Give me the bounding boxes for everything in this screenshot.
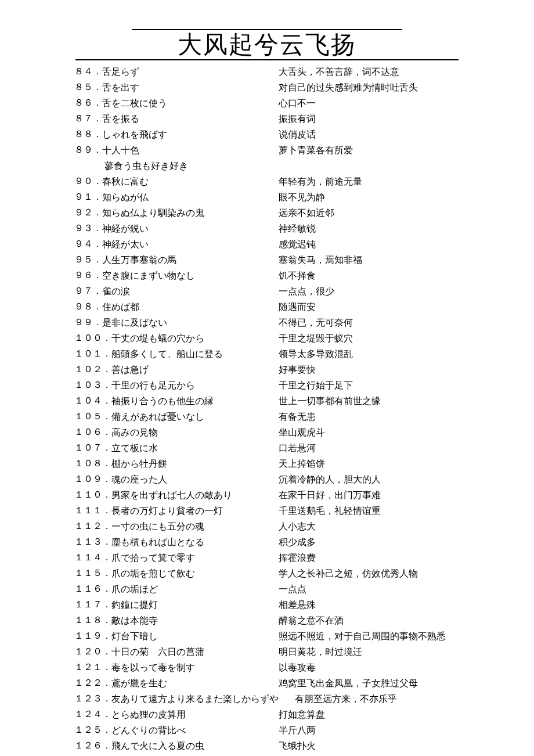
entry-left: ８６．舌を二枚に使う [74, 95, 279, 111]
entry-japanese: 千里の行も足元から [111, 377, 195, 393]
entry-chinese: 有朋至远方来，不亦乐乎 [295, 691, 459, 707]
entry-row: ９８．住めば都随遇而安 [74, 299, 459, 315]
entry-number: １２０． [74, 644, 111, 660]
entry-chinese: 眼不见为静 [279, 189, 459, 205]
entry-number: １２３． [74, 691, 111, 707]
entry-row: １０５．備えがあれば憂いなし有备无患 [74, 409, 459, 424]
page-header: 大风起兮云飞扬 [0, 29, 534, 60]
entry-left: ９６．空き腹にまずい物なし [74, 268, 279, 283]
entry-row: １２０．十日の菊 六日の菖蒲明日黄花，时过境迁 [74, 644, 459, 660]
entry-chinese: 天上掉馅饼 [279, 456, 459, 471]
entry-japanese: 雀の涙 [102, 283, 130, 299]
entry-row: １０８．棚から牡丹餅天上掉馅饼 [74, 456, 459, 471]
entry-left: １０８．棚から牡丹餅 [74, 456, 279, 471]
entry-left: ９７．雀の涙 [74, 283, 279, 299]
entry-number: ９５． [74, 252, 102, 268]
entry-number: ８４． [74, 64, 102, 80]
entry-left: １１３．塵も積もれば山となる [74, 534, 279, 550]
entry-left: ８８．しゃれを飛ばす [74, 127, 279, 142]
entry-japanese-sub: 蓼食う虫も好き好き [74, 158, 188, 174]
entry-row: １１３．塵も積もれば山となる积少成多 [74, 534, 459, 550]
entry-japanese: 爪の垢を煎じて飲む [111, 566, 195, 581]
entry-japanese: 友ありて遠方より来るまた楽しからずや [111, 691, 279, 707]
entry-number: １２５． [74, 722, 111, 738]
entry-number: １１６． [74, 581, 111, 597]
entry-row: ９３．神経が鋭い神经敏锐 [74, 221, 459, 236]
entry-row: １００．千丈の堤も蟻の穴から千里之堤毁于蚁穴 [74, 330, 459, 346]
entry-chinese: 醉翁之意不在酒 [279, 613, 459, 628]
entry-row: ９６．空き腹にまずい物なし饥不择食 [74, 268, 459, 283]
entry-chinese: 好事要快 [279, 362, 459, 377]
entry-japanese: 爪の垢ほど [111, 581, 158, 597]
entry-left: ９０．春秋に富む [74, 174, 279, 189]
entry-japanese: 飛んで火に入る夏の虫 [111, 738, 204, 754]
entry-left: １１１．長者の万灯より貧者の一灯 [74, 503, 279, 519]
page-title: 大风起兮云飞扬 [0, 31, 534, 58]
entry-row: １０２．善は急げ好事要快 [74, 362, 459, 377]
entry-japanese: 塵も積もれば山となる [111, 534, 204, 550]
entry-chinese: 千里之堤毁于蚁穴 [279, 330, 459, 346]
entry-number: ９８． [74, 299, 102, 315]
entry-number: １１１． [74, 503, 111, 519]
entry-left: ９１．知らぬが仏 [74, 189, 279, 205]
entry-number: １１４． [74, 550, 111, 566]
entry-row: ９５．人生万事塞翁の馬塞翁失马，焉知非福 [74, 252, 459, 268]
entry-left: ８７．舌を振る [74, 111, 279, 127]
entry-number: １０９． [74, 471, 111, 487]
entry-row: ９７．雀の涙一点点，很少 [74, 283, 459, 299]
entry-left: １１８．敵は本能寺 [74, 613, 279, 628]
entry-left: ８５．舌を出す [74, 80, 279, 95]
entry-row: １２４．とらぬ狸の皮算用打如意算盘 [74, 707, 459, 722]
entry-chinese: 领导太多导致混乱 [279, 346, 459, 362]
entry-row: １２６．飛んで火に入る夏の虫飞蛾扑火 [74, 738, 459, 754]
entry-left: １２６．飛んで火に入る夏の虫 [74, 738, 279, 754]
entry-number: ８９． [74, 142, 102, 158]
entry-japanese: 住めば都 [102, 299, 139, 315]
entry-left: １１０．男家を出ずれば七人の敵あり [74, 487, 279, 503]
entry-chinese: 飞蛾扑火 [279, 738, 459, 754]
entry-chinese: 以毒攻毒 [279, 660, 459, 675]
entry-chinese: 不得已，无可奈何 [279, 315, 459, 330]
entry-japanese: 備えがあれば憂いなし [111, 409, 204, 424]
entry-chinese: 塞翁失马，焉知非福 [279, 252, 459, 268]
entry-left: １０９．魂の座った人 [74, 471, 279, 487]
entry-japanese: 毒を以って毒を制す [111, 660, 195, 675]
entry-chinese: 心口不一 [279, 95, 459, 111]
entry-row: １２３．友ありて遠方より来るまた楽しからずや有朋至远方来，不亦乐乎 [74, 691, 459, 707]
entry-left: １１２．一寸の虫にも五分の魂 [74, 519, 279, 534]
entry-chinese: 感觉迟钝 [279, 236, 459, 252]
entry-list: ８４．舌足らず大舌头，不善言辞，词不达意８５．舌を出す对自己的过失感到难为情时吐… [0, 64, 534, 754]
entry-japanese: 十人十色 [102, 142, 139, 158]
entry-number: １１５． [74, 566, 111, 581]
entry-japanese: 魂の座った人 [111, 471, 167, 487]
entry-left: １１９．灯台下暗し [74, 628, 279, 644]
entry-japanese: 船頭多くして、船山に登る [111, 346, 223, 362]
entry-chinese: 挥霍浪费 [279, 550, 459, 566]
entry-chinese: 人小志大 [279, 519, 459, 534]
entry-number: ９１． [74, 189, 102, 205]
entry-japanese: 知らぬ仏より馴染みの鬼 [102, 205, 204, 221]
entry-chinese: 半斤八两 [279, 722, 459, 738]
entry-row: １２５．どんぐりの背比べ半斤八两 [74, 722, 459, 738]
entry-row: ８８．しゃれを飛ばす说俏皮话 [74, 127, 459, 142]
entry-row: ８７．舌を振る振振有词 [74, 111, 459, 127]
entry-row: １１５．爪の垢を煎じて飲む学人之长补己之短，仿效优秀人物 [74, 566, 459, 581]
entry-row: １１９．灯台下暗し照远不照近，对于自己周围的事物不熟悉 [74, 628, 459, 644]
entry-chinese: 有备无患 [279, 409, 459, 424]
entry-japanese: 舌を二枚に使う [102, 95, 167, 111]
entry-row: ８６．舌を二枚に使う心口不一 [74, 95, 459, 111]
header-rule-top [132, 29, 402, 30]
entry-japanese: 立て板に水 [111, 440, 158, 456]
entry-number: ９７． [74, 283, 102, 299]
entry-row: ９９．是非に及ばない不得已，无可奈何 [74, 315, 459, 330]
entry-japanese: 敵は本能寺 [111, 613, 158, 628]
entry-row: １０７．立て板に水口若悬河 [74, 440, 459, 456]
entry-row: １２２．鳶が鷹を生む鸡窝里飞出金凤凰，子女胜过父母 [74, 675, 459, 691]
entry-japanese: しゃれを飛ばす [102, 127, 167, 142]
entry-japanese: 釣鐘に提灯 [111, 597, 158, 613]
entry-chinese: 在家千日好，出门万事难 [279, 487, 459, 503]
entry-japanese: 一寸の虫にも五分の魂 [111, 519, 204, 534]
entry-japanese: 灯台下暗し [111, 628, 158, 644]
entry-japanese: 鳶が鷹を生む [111, 675, 167, 691]
entry-number: １２１． [74, 660, 111, 675]
